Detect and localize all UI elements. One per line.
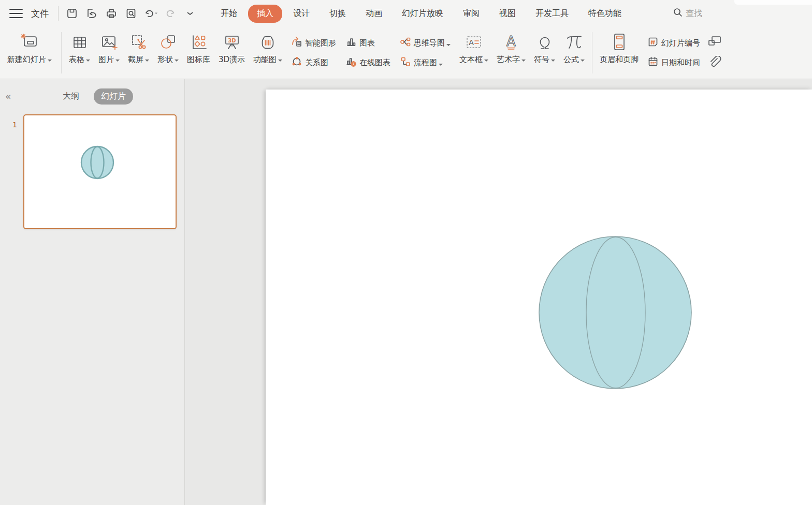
table-label: 表格 <box>69 55 90 65</box>
tab-outline[interactable]: 大纲 <box>55 88 86 105</box>
new-slide-label: 新建幻灯片 <box>7 55 52 65</box>
sphere-shape[interactable] <box>538 236 693 391</box>
tab-slideshow[interactable]: 幻灯片放映 <box>393 5 452 23</box>
export-icon[interactable] <box>83 5 100 22</box>
ribbon-tabs: 开始 插入 设计 切换 动画 幻灯片放映 审阅 视图 开发工具 特色功能 <box>212 5 630 23</box>
slide-number-icon <box>647 36 659 50</box>
screenshot-label: 截屏 <box>128 55 149 65</box>
svg-text:A: A <box>506 34 516 49</box>
screenshot-button[interactable]: 截屏 <box>124 27 153 79</box>
tab-view[interactable]: 视图 <box>490 5 525 23</box>
smart-graphics-label: 智能图形 <box>305 38 336 48</box>
header-footer-label: 页眉和页脚 <box>600 55 639 65</box>
header-footer-button[interactable]: 页眉和页脚 <box>596 27 643 79</box>
shapes-button[interactable]: 形状 <box>153 27 183 79</box>
flowchart-icon <box>400 56 411 69</box>
tab-design[interactable]: 设计 <box>284 5 318 23</box>
mindmap-button[interactable]: 思维导图 <box>400 36 451 50</box>
relation-diagram-label: 关系图 <box>305 58 328 68</box>
tab-home[interactable]: 开始 <box>212 5 246 23</box>
chart-label: 图表 <box>359 38 375 48</box>
new-slide-button[interactable]: 新建幻灯片 <box>1 27 58 79</box>
formula-icon <box>564 32 585 53</box>
tab-devtools[interactable]: 开发工具 <box>527 5 577 23</box>
diagram-column: 思维导图 流程图 <box>395 27 455 79</box>
symbol-button[interactable]: 符号 <box>530 27 559 79</box>
tab-review[interactable]: 审阅 <box>454 5 488 23</box>
presentation-3d-icon: 3D <box>222 32 242 53</box>
undo-icon[interactable] <box>142 5 159 22</box>
smart-graphics-icon <box>291 36 302 50</box>
group-divider <box>592 32 592 73</box>
table-button[interactable]: 表格 <box>65 27 94 79</box>
mindmap-icon <box>400 36 411 50</box>
tab-transitions[interactable]: 切换 <box>321 5 355 23</box>
textbox-label: 文本框 <box>459 55 488 65</box>
tab-animation[interactable]: 动画 <box>357 5 391 23</box>
symbol-label: 符号 <box>534 55 555 65</box>
svg-text:3D: 3D <box>228 38 236 43</box>
online-chart-button[interactable]: 在线图表 <box>345 56 390 69</box>
slide-number-indicator: 1 <box>12 121 17 129</box>
date-time-icon <box>647 56 659 69</box>
slide-thumbnail[interactable] <box>23 114 177 229</box>
redo-icon[interactable] <box>162 5 179 22</box>
clipped-buttons-column <box>705 27 722 79</box>
group-divider <box>61 32 62 73</box>
flowchart-button[interactable]: 流程图 <box>400 56 451 69</box>
picture-label: 图片 <box>98 55 120 65</box>
presentation-3d-button[interactable]: 3D 3D演示 <box>214 27 249 79</box>
online-chart-icon <box>345 56 357 69</box>
function-diagram-icon <box>258 32 278 53</box>
collapse-panel-icon[interactable]: « <box>5 91 10 102</box>
date-time-button[interactable]: 日期和时间 <box>647 56 700 69</box>
slide-panel-header: « 大纲 幻灯片 <box>0 85 185 107</box>
chart-icon <box>345 36 357 50</box>
textbox-button[interactable]: A 文本框 <box>455 27 492 79</box>
function-diagram-button[interactable]: 功能图 <box>249 27 286 79</box>
relation-diagram-button[interactable]: 关系图 <box>291 56 336 69</box>
main-menu-icon[interactable] <box>9 9 23 18</box>
find-label: 查找 <box>686 8 702 19</box>
customize-toolbar-icon[interactable] <box>182 5 198 22</box>
print-preview-icon[interactable] <box>123 5 139 22</box>
wordart-button[interactable]: A 艺术字 <box>492 27 530 79</box>
table-icon <box>70 32 89 53</box>
title-tab-bar: 文件 开始 插入 设计 切换 动画 幻灯片放映 审阅 视图 开 <box>0 0 812 27</box>
icon-library-button[interactable]: 图标库 <box>183 27 214 79</box>
save-icon[interactable] <box>64 5 80 22</box>
tab-insert[interactable]: 插入 <box>248 5 282 23</box>
screenshot-icon <box>129 32 149 53</box>
find-control[interactable]: 查找 <box>673 7 702 20</box>
attachment-button[interactable] <box>708 56 722 70</box>
svg-text:A: A <box>469 38 474 47</box>
wordart-label: 艺术字 <box>497 55 526 65</box>
chart-button[interactable]: 图表 <box>345 36 390 50</box>
function-diagram-label: 功能图 <box>253 55 282 65</box>
print-icon[interactable] <box>103 5 120 22</box>
tab-special-features[interactable]: 特色功能 <box>579 5 630 23</box>
chart-column: 图表 在线图表 <box>341 27 395 79</box>
new-slide-icon <box>19 32 40 53</box>
quick-access-toolbar <box>64 5 198 22</box>
icon-library-label: 图标库 <box>187 55 210 65</box>
tab-slides[interactable]: 幻灯片 <box>94 88 133 105</box>
textbox-icon: A <box>463 32 484 53</box>
picture-button[interactable]: 图片 <box>94 27 124 79</box>
insert-ribbon: 新建幻灯片 表格 图片 <box>0 27 812 79</box>
number-date-column: 幻灯片编号 日期和时间 <box>643 27 705 79</box>
formula-button[interactable]: 公式 <box>559 27 589 79</box>
smart-graphics-button[interactable]: 智能图形 <box>291 36 336 50</box>
symbol-icon <box>535 32 555 53</box>
divider <box>58 6 59 21</box>
slide-number-button[interactable]: 幻灯片编号 <box>647 36 700 50</box>
wordart-icon: A <box>501 32 521 53</box>
object-button[interactable] <box>708 35 722 49</box>
main-content: « 大纲 幻灯片 1 <box>0 79 812 505</box>
icon-library-icon <box>189 32 209 53</box>
shapes-label: 形状 <box>157 55 179 65</box>
date-time-label: 日期和时间 <box>661 58 700 68</box>
picture-icon <box>99 32 119 53</box>
slide-canvas[interactable] <box>266 90 812 505</box>
file-menu[interactable]: 文件 <box>29 5 51 23</box>
